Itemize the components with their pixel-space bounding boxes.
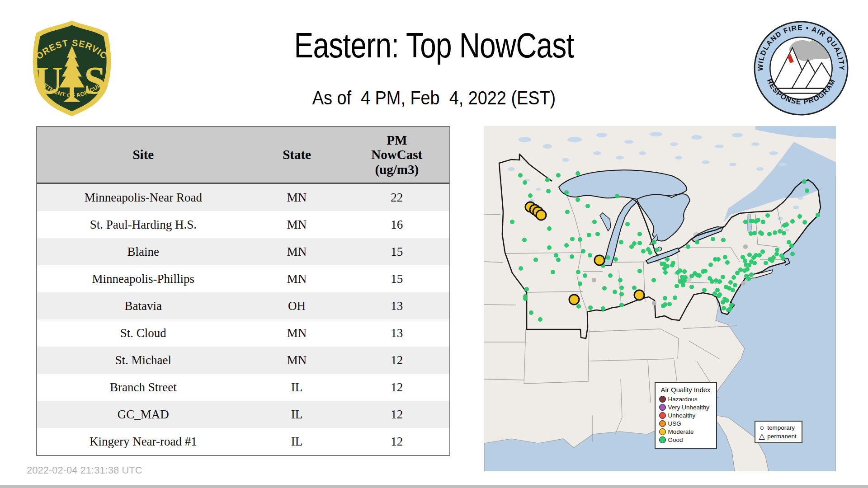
site-dot-good: [637, 241, 642, 245]
site-dot-good: [667, 302, 672, 306]
site-dot-good: [686, 244, 690, 249]
site-dot-good: [673, 296, 677, 300]
page-subtitle: As of 4 PM, Feb 4, 2022 (EST): [187, 87, 680, 109]
state-cell: MN: [250, 238, 344, 265]
state-cell: MN: [250, 183, 344, 211]
site-cell: St. Michael: [37, 347, 250, 374]
site-dot-good: [578, 237, 582, 242]
aqi-color-swatch: [659, 404, 666, 411]
site-dot-good: [608, 273, 613, 278]
site-dot-good: [767, 232, 772, 236]
state-cell: MN: [250, 319, 344, 347]
site-dot-good: [615, 194, 619, 198]
table-row: Branch StreetIL12: [37, 374, 449, 401]
site-dot-good: [701, 269, 705, 274]
site-dot-good: [702, 288, 707, 292]
site-cell: Kingery Near-road #1: [37, 428, 250, 455]
site-dot-good: [576, 171, 580, 176]
site-dot-good: [524, 287, 529, 291]
site-dot-good: [601, 306, 605, 311]
site-dot-nodata: [592, 278, 596, 282]
site-dot-good: [663, 270, 668, 275]
aqi-legend-item: Moderate: [659, 428, 712, 436]
state-cell: OH: [250, 292, 344, 319]
col-header-pm: PM NowCast (ug/m3): [344, 127, 449, 183]
site-dot-good: [716, 257, 721, 262]
site-dot-good: [689, 274, 694, 278]
value-cell: 22: [344, 183, 449, 211]
site-dot-good: [670, 263, 675, 267]
marker-legend: ○ temporary △ permanent: [755, 421, 802, 443]
site-dot-good: [587, 233, 591, 237]
site-dot-good: [619, 292, 624, 296]
site-dot-good: [547, 226, 552, 231]
site-dot-good: [708, 263, 713, 267]
table-header-row: Site State PM NowCast (ug/m3): [37, 127, 449, 183]
site-dot-good: [721, 238, 726, 242]
site-dot-good: [556, 173, 561, 178]
site-dot-good: [613, 290, 617, 294]
aqi-color-swatch: [659, 428, 666, 435]
aqi-legend-label: Unhealthy: [668, 412, 696, 419]
aqi-legend-item: USG: [659, 420, 712, 428]
circle-marker-icon: ○: [758, 424, 765, 432]
site-dot-nodata: [652, 301, 656, 305]
site-dot-good: [660, 262, 664, 266]
site-dot-good: [632, 286, 637, 290]
site-dot-good: [744, 263, 748, 267]
site-dot-good: [765, 213, 770, 218]
state-cell: MN: [250, 347, 344, 374]
site-dot-good: [588, 253, 592, 258]
site-dot-good: [782, 231, 786, 235]
site-dot-good: [695, 240, 699, 244]
bottom-edge-strip: [0, 485, 868, 488]
site-dot-good: [619, 303, 624, 307]
site-dot-good: [695, 273, 700, 277]
site-dot-good: [749, 272, 754, 277]
site-dot-good: [717, 294, 721, 298]
site-dot-good: [728, 306, 732, 311]
site-dot-good: [816, 213, 820, 217]
site-dot-good: [723, 255, 727, 259]
site-cell: St. Paul-Harding H.S.: [37, 211, 250, 238]
site-cell: GC_MAD: [37, 401, 250, 428]
site-dot-good: [618, 278, 623, 282]
site-dot-moderate: [594, 255, 605, 266]
site-dot-good: [523, 296, 528, 301]
aqi-legend-label: Good: [668, 436, 683, 443]
site-dot-good: [533, 258, 538, 262]
site-dot-good: [564, 243, 569, 248]
site-dot-good: [752, 261, 757, 265]
site-dot-good: [721, 275, 725, 279]
site-dot-good: [722, 297, 727, 301]
site-dot-good: [731, 288, 735, 292]
site-dot-good: [588, 305, 593, 310]
site-dot-good: [775, 248, 779, 252]
table-row: Kingery Near-road #1IL12: [37, 428, 449, 455]
site-dot-good: [576, 197, 580, 202]
col-header-state: State: [250, 127, 344, 183]
site-dot-good: [565, 210, 570, 214]
site-dot-good: [782, 223, 787, 228]
site-dot-moderate: [569, 294, 580, 305]
aqi-legend-item: Very Unhealthy: [659, 404, 712, 412]
site-dot-good: [619, 240, 623, 244]
aqi-legend-label: USG: [668, 420, 681, 427]
table-row: Minneapolis-PhillipsMN15: [37, 265, 449, 292]
site-cell: Minneapolis-Near Road: [37, 183, 250, 211]
site-cell: Minneapolis-Phillips: [37, 265, 250, 292]
site-dot-good: [665, 257, 670, 262]
aqi-color-swatch: [659, 420, 666, 427]
site-dot-good: [510, 220, 514, 224]
site-dot-good: [547, 245, 552, 250]
aqi-legend: Air Quality Index HazardousVery Unhealth…: [655, 382, 717, 449]
table-body: Minneapolis-Near RoadMN22St. Paul-Hardin…: [37, 183, 449, 455]
pm-header-line1: PM: [344, 133, 449, 147]
aqi-color-swatch: [659, 436, 666, 443]
site-dot-good: [771, 255, 776, 260]
site-dot-good: [773, 230, 777, 235]
site-dot-good: [790, 252, 795, 256]
site-dot-good: [760, 249, 765, 254]
site-dot-nodata: [741, 281, 745, 286]
site-dot-good: [651, 278, 656, 282]
